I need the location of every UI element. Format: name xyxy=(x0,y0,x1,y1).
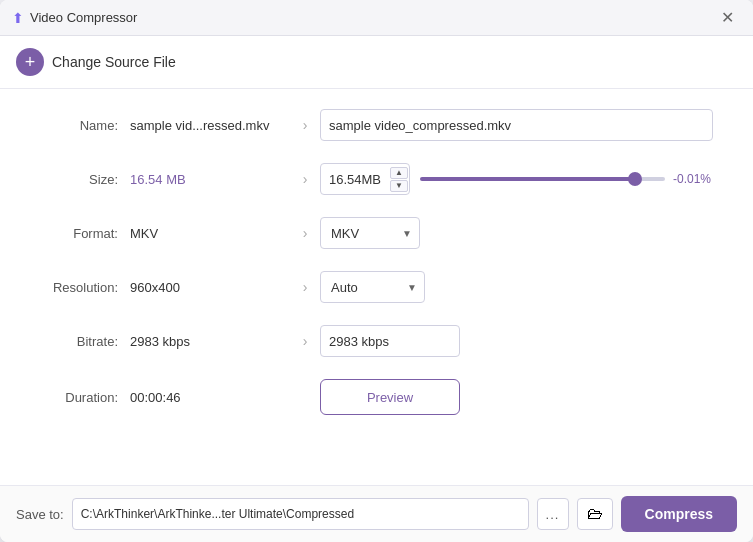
name-source-value: sample vid...ressed.mkv xyxy=(130,118,290,133)
size-controls: ▲ ▼ -0.01% xyxy=(320,163,713,195)
preview-button[interactable]: Preview xyxy=(320,379,460,415)
compress-button[interactable]: Compress xyxy=(621,496,737,532)
name-arrow-icon: › xyxy=(290,117,320,133)
footer: Save to: ... 🗁 Compress xyxy=(0,485,753,542)
change-source-label: Change Source File xyxy=(52,54,176,70)
duration-source-value: 00:00:46 xyxy=(130,390,290,405)
size-slider-value: -0.01% xyxy=(673,172,713,186)
name-row: Name: sample vid...ressed.mkv › xyxy=(40,109,713,141)
plus-icon: + xyxy=(16,48,44,76)
bitrate-label: Bitrate: xyxy=(40,334,130,349)
bitrate-source-value: 2983 kbps xyxy=(130,334,290,349)
resolution-select-wrap: Auto 1920x1080 1280x720 960x400 640x360 … xyxy=(320,271,425,303)
app-window: ⬆ Video Compressor ✕ + Change Source Fil… xyxy=(0,0,753,542)
size-row: Size: 16.54 MB › ▲ ▼ -0.01% xyxy=(40,163,713,195)
content-area: Name: sample vid...ressed.mkv › Size: 16… xyxy=(0,89,753,485)
size-slider[interactable] xyxy=(420,177,665,181)
more-options-button[interactable]: ... xyxy=(537,498,569,530)
size-spin-down[interactable]: ▼ xyxy=(390,180,408,192)
window-title: Video Compressor xyxy=(30,10,137,25)
size-source-value: 16.54 MB xyxy=(130,172,290,187)
resolution-arrow-icon: › xyxy=(290,279,320,295)
size-arrow-icon: › xyxy=(290,171,320,187)
format-arrow-icon: › xyxy=(290,225,320,241)
bitrate-row: Bitrate: 2983 kbps › xyxy=(40,325,713,357)
format-select[interactable]: MKV MP4 AVI MOV xyxy=(320,217,420,249)
bitrate-output-input[interactable] xyxy=(320,325,460,357)
duration-label: Duration: xyxy=(40,390,130,405)
size-slider-wrap: -0.01% xyxy=(420,172,713,186)
folder-icon: 🗁 xyxy=(587,505,603,523)
toolbar: + Change Source File xyxy=(0,36,753,89)
resolution-select[interactable]: Auto 1920x1080 1280x720 960x400 640x360 xyxy=(320,271,425,303)
save-to-label: Save to: xyxy=(16,507,64,522)
format-select-wrap: MKV MP4 AVI MOV ▼ xyxy=(320,217,420,249)
browse-folder-button[interactable]: 🗁 xyxy=(577,498,613,530)
resolution-label: Resolution: xyxy=(40,280,130,295)
title-bar: ⬆ Video Compressor ✕ xyxy=(0,0,753,36)
format-row: Format: MKV › MKV MP4 AVI MOV ▼ xyxy=(40,217,713,249)
close-button[interactable]: ✕ xyxy=(713,4,741,32)
change-source-button[interactable]: + Change Source File xyxy=(16,48,176,76)
save-path-input[interactable] xyxy=(72,498,529,530)
duration-row: Duration: 00:00:46 › Preview xyxy=(40,379,713,415)
resolution-source-value: 960x400 xyxy=(130,280,290,295)
format-source-value: MKV xyxy=(130,226,290,241)
size-label: Size: xyxy=(40,172,130,187)
name-output-input[interactable] xyxy=(320,109,713,141)
bitrate-arrow-icon: › xyxy=(290,333,320,349)
app-icon: ⬆ xyxy=(12,10,24,26)
format-label: Format: xyxy=(40,226,130,241)
name-label: Name: xyxy=(40,118,130,133)
size-spin-up[interactable]: ▲ xyxy=(390,167,408,179)
size-input-wrap: ▲ ▼ xyxy=(320,163,410,195)
resolution-row: Resolution: 960x400 › Auto 1920x1080 128… xyxy=(40,271,713,303)
